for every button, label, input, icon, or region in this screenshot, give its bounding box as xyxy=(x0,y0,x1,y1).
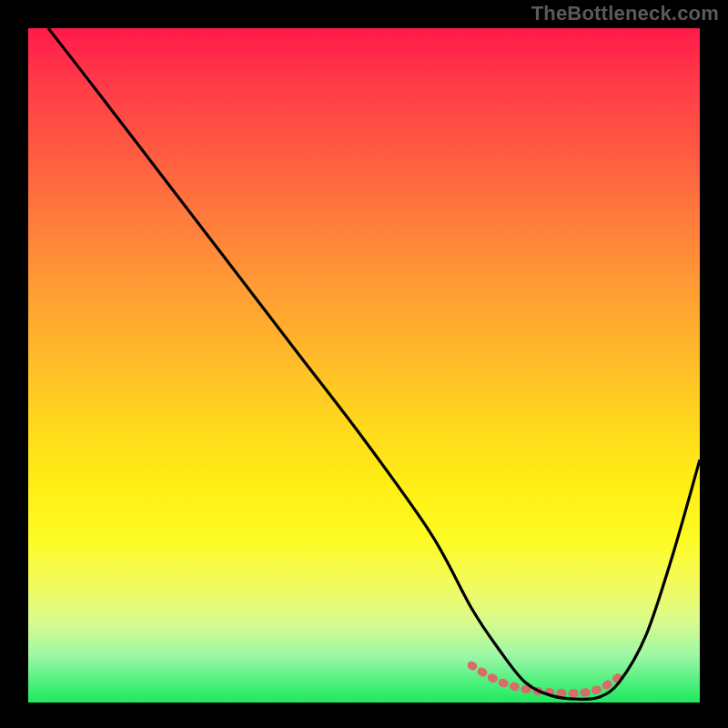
chart-frame: TheBottleneck.com xyxy=(0,0,728,728)
attribution-text: TheBottleneck.com xyxy=(531,2,719,25)
bottleneck-curve xyxy=(48,28,700,700)
optimal-band xyxy=(471,665,619,693)
plot-area xyxy=(28,28,700,703)
curve-layer xyxy=(28,28,700,703)
